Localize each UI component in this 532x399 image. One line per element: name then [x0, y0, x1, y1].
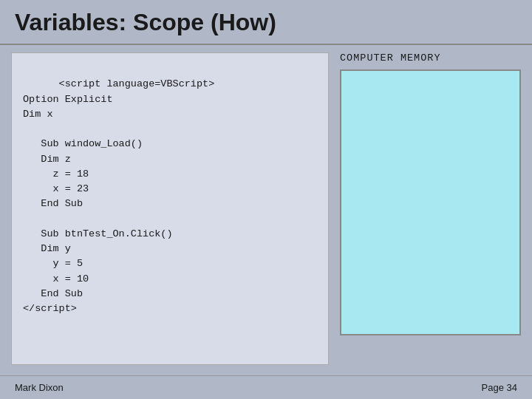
slide-title: Variables: Scope (How)	[15, 9, 276, 35]
content-area: <script language=VBScript> Option Explic…	[0, 45, 532, 372]
memory-box	[340, 69, 521, 335]
title-bar: Variables: Scope (How)	[0, 0, 532, 45]
slide-container: Variables: Scope (How) <script language=…	[0, 0, 532, 399]
footer-page: Page 34	[482, 382, 517, 393]
footer-author: Mark Dixon	[15, 382, 64, 393]
right-panel: COMPUTER MEMORY	[340, 52, 521, 365]
memory-label: COMPUTER MEMORY	[340, 52, 521, 64]
code-panel: <script language=VBScript> Option Explic…	[11, 52, 329, 365]
code-content: <script language=VBScript> Option Explic…	[23, 78, 214, 314]
footer: Mark Dixon Page 34	[0, 375, 532, 399]
